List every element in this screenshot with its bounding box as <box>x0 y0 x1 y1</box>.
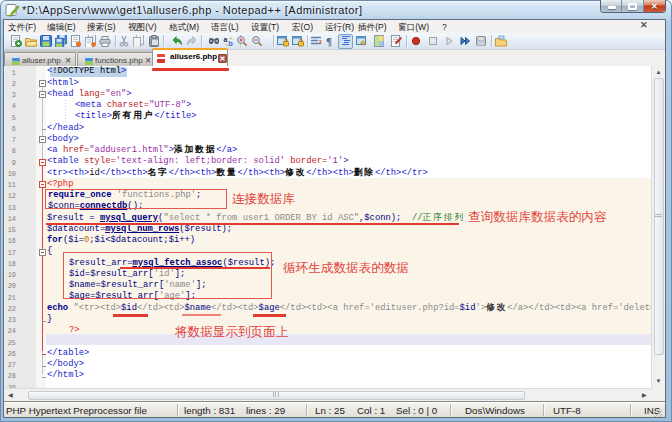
svg-text:¶: ¶ <box>326 35 332 47</box>
svg-text:a: a <box>224 36 228 43</box>
svg-text:b: b <box>229 40 233 47</box>
